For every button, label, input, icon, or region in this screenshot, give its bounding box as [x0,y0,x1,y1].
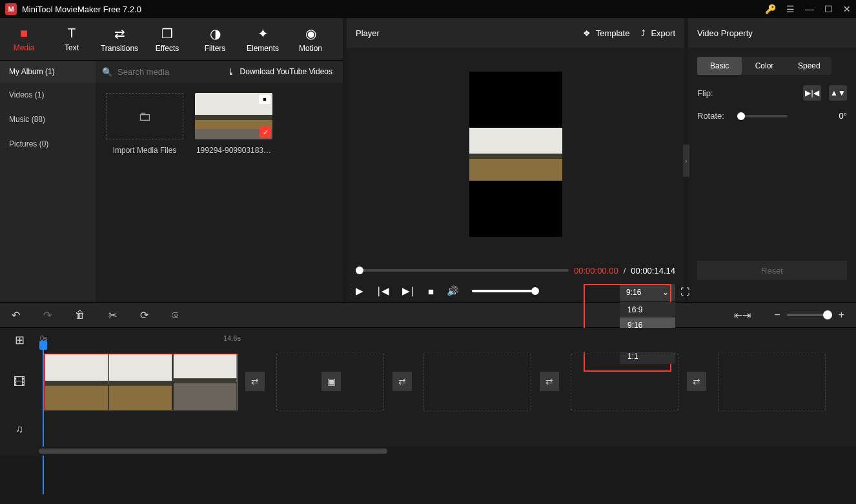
media-panel: ■ Media T Text ⇄ Transitions ❐ Effects ◑… [0,18,343,302]
empty-slot-3[interactable] [571,354,678,410]
album-videos[interactable]: Videos (1) [0,83,96,107]
tab-media[interactable]: ■ Media [0,18,48,60]
video-badge-icon: ■ [259,95,270,104]
timeline: ↶ ↷ 🗑 ✂ ⟳ ⟃ ⇤⇥ − + ⊞ 0s 14.6s 🎞 [0,302,856,456]
transition-slot-3[interactable]: ⇄ [540,372,559,391]
media-slot-icon[interactable]: ▣ [321,372,341,391]
tab-text[interactable]: T Text [48,18,96,60]
rotate-label: Rotate: [697,111,729,121]
svg-rect-6 [469,159,562,181]
flip-horizontal-button[interactable]: ▶|◀ [803,85,821,101]
empty-slot-2[interactable] [423,354,531,410]
import-media-button[interactable]: 🗀 [106,93,183,139]
rotate-slider[interactable] [737,115,788,117]
download-icon: ⭳ [227,67,235,76]
album-pictures[interactable]: Pictures (0) [0,132,96,156]
rotate-value: 0° [839,111,847,121]
motion-icon: ◉ [305,26,316,41]
transition-slot-4[interactable]: ⇄ [687,372,706,391]
video-track[interactable]: ⇄ ▣ ⇄ ⇄ ⇄ [39,352,856,412]
aspect-ratio-select[interactable]: 9:16 ⌄ [620,284,675,301]
ratio-16-9[interactable]: 16:9 [620,302,675,318]
transitions-icon: ⇄ [114,26,125,41]
seek-slider[interactable] [356,269,569,272]
add-track-button[interactable]: ⊞ [15,333,25,347]
tab-motion[interactable]: ◉ Motion [287,18,334,60]
album-header[interactable]: My Album (1) [0,61,96,83]
preview-canvas[interactable] [469,72,562,237]
media-clip-thumb[interactable]: ■ ✓ [195,93,272,139]
properties-title: Video Property [688,18,856,48]
svg-rect-15 [173,383,236,410]
export-icon: ⤴ [641,28,646,38]
zoom-slider[interactable] [787,314,832,316]
app-title: MiniTool MovieMaker Free 7.2.0 [22,5,765,14]
maximize-button[interactable]: ☐ [824,4,833,14]
volume-icon[interactable]: 🔊 [447,285,459,297]
filters-icon: ◑ [210,26,221,41]
svg-rect-10 [109,354,172,385]
tab-transitions[interactable]: ⇄ Transitions [96,18,143,60]
timeline-ruler[interactable]: 0s 14.6s [39,328,856,352]
duration: 00:00:14.14 [631,266,675,276]
zoom-knob[interactable] [823,310,832,319]
scrollbar-thumb[interactable] [39,449,387,454]
delete-button[interactable]: 🗑 [75,309,85,321]
undo-button[interactable]: ↶ [12,309,20,321]
empty-slot-4[interactable] [718,354,826,410]
upgrade-key-icon[interactable]: 🔑 [765,4,776,14]
player-title: Player [356,28,571,38]
prev-frame-button[interactable]: ∣◀ [376,285,389,297]
speed-button[interactable]: ⟳ [140,309,148,321]
clip-name: 199294-909903183… [195,146,272,155]
search-icon: 🔍 [102,67,112,77]
main-tabs: ■ Media T Text ⇄ Transitions ❐ Effects ◑… [0,18,343,61]
next-frame-button[interactable]: ▶∣ [402,285,415,297]
export-button[interactable]: ⤴ Export [641,28,675,38]
titlebar: M MiniTool MovieMaker Free 7.2.0 🔑 ☰ — ☐… [0,0,856,18]
tab-effects[interactable]: ❐ Effects [143,18,191,60]
audio-track[interactable] [39,412,856,447]
volume-knob[interactable] [531,287,539,295]
rotate-knob[interactable] [737,112,745,120]
crop-button[interactable]: ⟃ [172,309,178,321]
timeline-clip[interactable] [44,354,238,410]
volume-slider[interactable] [472,290,536,292]
audio-track-icon: ♫ [15,423,23,435]
preview-area [347,48,684,261]
svg-rect-13 [173,354,236,382]
flip-vertical-button[interactable]: ▲▼ [829,85,847,101]
reset-button[interactable]: Reset [697,261,847,280]
transition-slot-2[interactable]: ⇄ [392,372,412,391]
play-button[interactable]: ▶ [356,285,363,297]
search-input[interactable] [117,67,226,77]
redo-button[interactable]: ↷ [43,309,52,321]
zoom-in-button[interactable]: + [839,309,844,321]
svg-rect-7 [45,354,108,385]
close-button[interactable]: ✕ [843,4,851,14]
prop-tab-speed[interactable]: Speed [787,57,831,75]
prop-tab-color[interactable]: Color [742,57,786,75]
elements-icon: ✦ [258,26,269,41]
album-music[interactable]: Music (88) [0,107,96,132]
ruler-mark-1: 14.6s [223,334,241,342]
zoom-out-button[interactable]: − [774,309,780,321]
flip-label: Flip: [697,88,729,98]
seek-knob[interactable] [356,267,363,274]
minimize-button[interactable]: — [805,4,814,14]
video-track-icon: 🎞 [14,376,25,389]
tab-elements[interactable]: ✦ Elements [239,18,287,60]
panel-collapse-button[interactable]: › [683,145,689,177]
stop-button[interactable]: ■ [428,286,434,297]
fit-button[interactable]: ⇤⇥ [734,309,751,321]
prop-tab-basic[interactable]: Basic [697,57,742,75]
template-button[interactable]: ❖ Template [583,28,630,38]
download-youtube-button[interactable]: ⭳ Download YouTube Videos [227,67,343,76]
split-button[interactable]: ✂ [108,309,117,321]
tab-filters[interactable]: ◑ Filters [191,18,239,60]
menu-icon[interactable]: ☰ [786,4,795,14]
playhead-head-icon[interactable] [39,341,47,350]
transition-slot-1[interactable]: ⇄ [245,372,265,391]
timeline-scrollbar[interactable] [39,447,856,456]
effects-icon: ❐ [161,26,173,41]
